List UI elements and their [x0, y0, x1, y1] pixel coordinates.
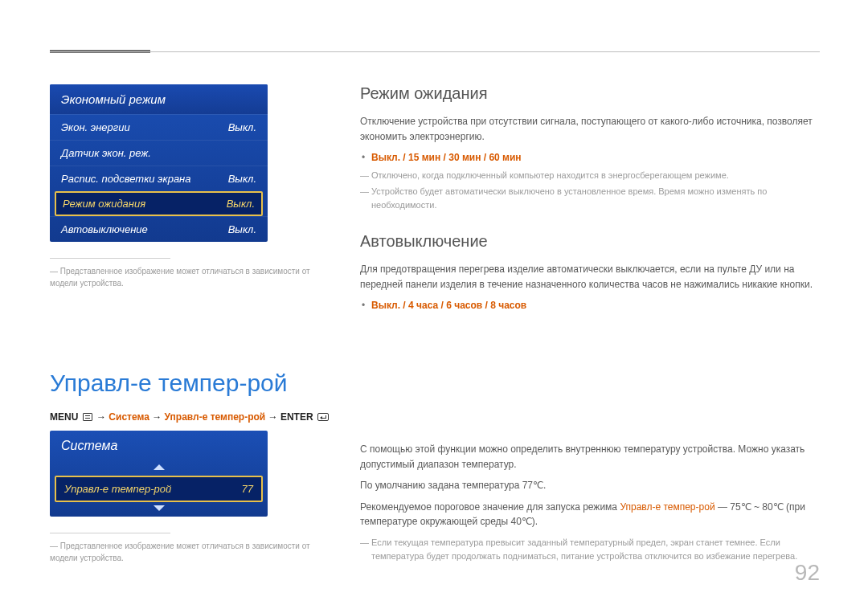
- standby-options: Выкл. / 15 мин / 30 мин / 60 мин: [360, 150, 820, 166]
- footnote-text: Представленное изображение может отличат…: [50, 533, 323, 564]
- eco-item-label: Экон. энергии: [61, 121, 130, 133]
- menu-icon: [83, 413, 92, 421]
- menu-path: MENU → Система → Управл-е темпер-рой → E…: [50, 411, 339, 423]
- eco-item-standby[interactable]: Режим ожидания Выкл.: [55, 191, 263, 216]
- standby-desc: Отключение устройства при отсутствии сиг…: [360, 114, 820, 144]
- footnote-text: Представленное изображение может отличат…: [50, 259, 323, 289]
- temp-note: Если текущая температура превысит заданн…: [360, 536, 820, 562]
- enter-icon: [317, 413, 329, 421]
- temp-p1: С помощью этой функции можно определить …: [360, 442, 820, 472]
- system-menu: Система Управл-е темпер-рой 77: [50, 431, 268, 517]
- eco-item-sensor[interactable]: Датчик экон. реж.: [50, 140, 268, 166]
- eco-menu-title: Экономный режим: [50, 84, 268, 114]
- temp-p3: Рекомендуемое пороговое значение для зап…: [360, 500, 820, 529]
- menu-path-temp: Управл-е темпер-рой: [165, 411, 266, 423]
- eco-menu: Экономный режим Экон. энергии Выкл. Датч…: [50, 84, 268, 242]
- chevron-down-icon[interactable]: [50, 502, 268, 517]
- autooff-section: Автовыключение Для предотвращения перегр…: [360, 232, 820, 313]
- eco-item-label: Автовыключение: [61, 223, 148, 235]
- system-item-label: Управл-е темпер-рой: [64, 483, 171, 495]
- autooff-desc: Для предотвращения перегрева изделие авт…: [360, 262, 820, 292]
- standby-options-text: Выкл. / 15 мин / 30 мин / 60 мин: [371, 152, 522, 163]
- temp-p2: По умолчанию задана температура 77℃.: [360, 478, 820, 493]
- eco-item-value: Выкл.: [228, 121, 256, 133]
- menu-path-menu: MENU: [50, 411, 78, 423]
- eco-item-label: Распис. подсветки экрана: [61, 173, 191, 185]
- system-item-temperature[interactable]: Управл-е темпер-рой 77: [55, 476, 263, 502]
- menu-path-system: Система: [108, 411, 149, 423]
- temp-p3-a: Рекомендуемое пороговое значение для зап…: [360, 501, 620, 513]
- eco-item-value: Выкл.: [227, 198, 255, 210]
- autooff-options-text: Выкл. / 4 часа / 6 часов / 8 часов: [371, 300, 526, 311]
- eco-item-label: Режим ожидания: [63, 198, 145, 210]
- standby-heading: Режим ожидания: [360, 84, 820, 103]
- section-title-temperature: Управл-е темпер-рой: [50, 370, 339, 397]
- system-menu-title: Система: [50, 431, 268, 461]
- system-item-value: 77: [242, 483, 253, 495]
- temp-p3-b: Управл-е темпер-рой: [620, 501, 714, 513]
- left-column: Экономный режим Экон. энергии Выкл. Датч…: [50, 84, 339, 564]
- standby-note-2: Устройство будет автоматически выключено…: [360, 185, 820, 211]
- eco-item-autooff[interactable]: Автовыключение Выкл.: [50, 216, 268, 242]
- autooff-options: Выкл. / 4 часа / 6 часов / 8 часов: [360, 298, 820, 313]
- chevron-up-icon[interactable]: [50, 461, 268, 476]
- menu-path-enter: ENTER: [280, 411, 313, 423]
- eco-item-energy[interactable]: Экон. энергии Выкл.: [50, 114, 268, 140]
- eco-item-value: Выкл.: [228, 173, 256, 185]
- page-number: 92: [795, 560, 820, 586]
- temperature-section: С помощью этой функции можно определить …: [360, 442, 820, 562]
- eco-item-value: Выкл.: [228, 223, 256, 235]
- standby-section: Режим ожидания Отключение устройства при…: [360, 84, 820, 211]
- standby-note-1: Отключено, когда подключенный компьютер …: [360, 169, 820, 182]
- header-rule-thin: [50, 51, 820, 52]
- eco-item-label: Датчик экон. реж.: [61, 147, 151, 159]
- right-column: Режим ожидания Отключение устройства при…: [360, 84, 820, 583]
- eco-item-backlight[interactable]: Распис. подсветки экрана Выкл.: [50, 166, 268, 191]
- autooff-heading: Автовыключение: [360, 232, 820, 251]
